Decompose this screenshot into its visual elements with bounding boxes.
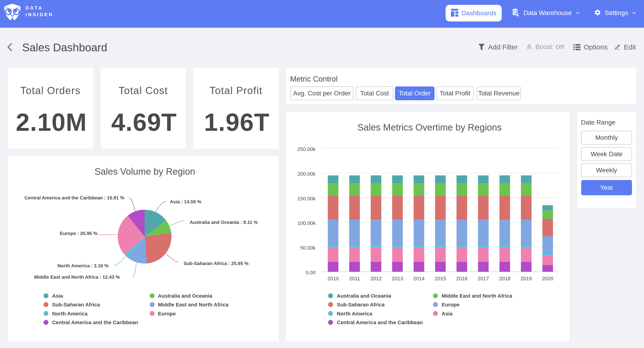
svg-text:North America: North America (337, 311, 372, 316)
svg-text:Central America and the Caribb: Central America and the Caribbean : 10.8… (24, 195, 124, 200)
svg-text:2012: 2012 (370, 276, 382, 281)
svg-text:North America : 2.16 %: North America : 2.16 % (58, 263, 108, 268)
svg-text:0.00: 0.00 (306, 270, 316, 275)
svg-text:2015: 2015 (435, 276, 446, 281)
svg-text:Australia and Oceania : 8.11 %: Australia and Oceania : 8.11 % (190, 220, 258, 225)
svg-text:Central America and the Caribb: Central America and the Caribbean (52, 319, 138, 325)
svg-text:250.00k: 250.00k (298, 146, 316, 152)
svg-text:2010: 2010 (328, 276, 339, 281)
svg-text:Australia and Oceania: Australia and Oceania (158, 293, 212, 299)
svg-text:2013: 2013 (392, 276, 403, 281)
svg-text:Sub-Saharan Africa: Sub-Saharan Africa (52, 302, 100, 307)
svg-text:2017: 2017 (478, 276, 489, 281)
svg-text:Asia: Asia (442, 311, 453, 316)
svg-text:2016: 2016 (456, 276, 468, 281)
svg-text:Europe : 25.95 %: Europe : 25.95 % (60, 231, 98, 236)
svg-text:Asia : 14.59 %: Asia : 14.59 % (170, 199, 201, 204)
svg-text:Sub-Saharan Africa: Sub-Saharan Africa (337, 302, 385, 307)
svg-text:200.00k: 200.00k (298, 171, 316, 177)
svg-text:2020: 2020 (542, 276, 554, 281)
svg-text:Sub-Saharan Africa : 25.95 %: Sub-Saharan Africa : 25.95 % (184, 261, 248, 266)
svg-text:150.00k: 150.00k (298, 196, 316, 201)
svg-text:Central America and the Caribb: Central America and the Caribbean (337, 319, 423, 325)
svg-text:Middle East and North Africa: Middle East and North Africa (442, 293, 512, 299)
svg-text:Middle East and North Africa: Middle East and North Africa (158, 302, 229, 307)
svg-text:2011: 2011 (349, 276, 360, 281)
svg-text:2019: 2019 (521, 276, 532, 281)
svg-text:North America: North America (52, 311, 88, 316)
svg-text:Europe: Europe (158, 311, 176, 316)
svg-text:2014: 2014 (413, 276, 424, 281)
svg-text:Middle East and North Africa :: Middle East and North Africa : 12.43 % (34, 274, 120, 280)
svg-text:Europe: Europe (442, 302, 460, 307)
svg-text:Australia and Oceania: Australia and Oceania (337, 293, 391, 299)
svg-text:50.00k: 50.00k (300, 245, 316, 251)
svg-text:2018: 2018 (499, 276, 510, 281)
svg-text:100.00k: 100.00k (298, 220, 316, 226)
svg-text:Asia: Asia (52, 293, 63, 299)
